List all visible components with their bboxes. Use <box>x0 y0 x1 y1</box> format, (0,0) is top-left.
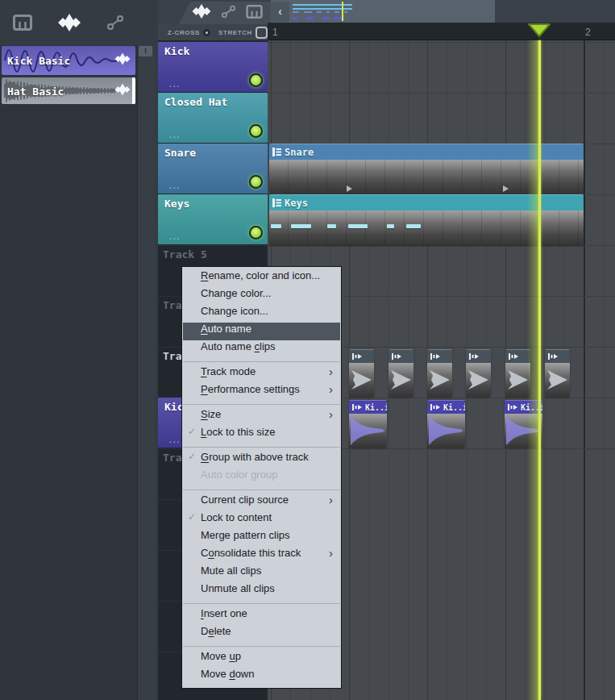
clip-header[interactable]: Ki..ic <box>427 400 465 414</box>
submenu-arrow-icon: › <box>329 493 333 506</box>
menu-item-change-color[interactable]: Change color... <box>183 287 340 305</box>
menu-item-mute-all-clips[interactable]: Mute all clips <box>183 565 340 582</box>
submenu-arrow-icon: › <box>329 546 333 560</box>
playlist-minimap[interactable] <box>271 0 495 23</box>
submenu-arrow-icon: › <box>329 365 333 378</box>
automation-icon[interactable] <box>106 15 124 34</box>
playhead-marker[interactable] <box>527 23 551 40</box>
menu-item-label: Size <box>201 408 221 420</box>
audio-clip-tab[interactable] <box>179 2 271 24</box>
minimap-clip-dash <box>305 17 314 19</box>
track-header-closed-hat[interactable]: Closed Hat... <box>158 93 268 143</box>
picker-item-kick-basic[interactable]: Kick Basic <box>2 46 135 75</box>
hat-decay-waveform <box>427 363 452 397</box>
audio-clip-kick-basic[interactable]: Ki..ic <box>349 400 387 448</box>
check-icon: ✓ <box>188 511 196 523</box>
track-options-dots[interactable]: ... <box>169 181 181 190</box>
track-options-dots[interactable]: ... <box>169 232 181 241</box>
menu-item-label: Lock to this size <box>201 426 276 438</box>
menu-item-label: Lock to content <box>201 511 272 523</box>
track-mute-led[interactable] <box>249 175 263 189</box>
waveform-icon[interactable] <box>58 14 81 35</box>
minimap-back-button[interactable]: ‹ <box>271 2 289 22</box>
midi-note-dash <box>348 224 368 228</box>
picker-scrollbar[interactable] <box>137 45 155 700</box>
menu-item-label: Move up <box>201 650 241 662</box>
picker-scrollbar-thumb[interactable]: I <box>139 46 152 56</box>
midi-note-dash <box>387 224 394 228</box>
clip-header[interactable] <box>389 349 413 363</box>
minimap-empty-area <box>495 0 615 23</box>
menu-item-label: Delete <box>201 625 231 637</box>
track-mute-led[interactable] <box>249 124 263 138</box>
menu-item-size[interactable]: Size› <box>183 408 340 426</box>
menu-item-current-clip-source[interactable]: Current clip source› <box>183 494 340 511</box>
menu-item-label: Consolidate this track <box>201 547 301 559</box>
playhead-glow <box>527 40 539 700</box>
audio-clip-hat[interactable] <box>349 349 374 397</box>
track-mute-led[interactable] <box>249 73 263 87</box>
automation-icon[interactable] <box>221 5 236 22</box>
audio-clip-icon <box>509 349 518 364</box>
track-row-divider <box>158 245 268 246</box>
timeline-ruler[interactable]: 12 <box>268 23 615 40</box>
track-header-label[interactable]: Track 5 <box>163 248 207 260</box>
submenu-arrow-icon: › <box>329 382 333 396</box>
menu-item-label: Insert one <box>201 607 247 619</box>
clip-header[interactable]: Ki..ic <box>349 400 387 414</box>
audio-clip-hat[interactable] <box>389 349 413 397</box>
menu-item-unmute-all-clips[interactable]: Unmute all clips <box>183 582 340 600</box>
piano-icon[interactable] <box>13 15 32 34</box>
track-options-dots[interactable]: ... <box>169 131 181 140</box>
clip-waveform-area <box>545 363 570 397</box>
picker-item-label: Hat Basic <box>7 85 64 97</box>
menu-item-merge-pattern-clips[interactable]: Merge pattern clips <box>183 529 340 547</box>
audio-clip-kick-basic[interactable]: Ki..ic <box>427 400 465 448</box>
menu-item-label: Mute all clips <box>201 565 261 577</box>
menu-item-change-icon[interactable]: Change icon... <box>183 305 340 323</box>
picker-toolbar <box>0 10 137 39</box>
clip-header[interactable] <box>349 349 374 363</box>
menu-item-move-down[interactable]: Move down <box>183 668 340 685</box>
picker-item-hat-basic[interactable]: Hat Basic <box>2 77 135 104</box>
audio-clip-hat[interactable] <box>545 349 570 397</box>
menu-item-label: Move down <box>201 668 255 680</box>
menu-item-move-up[interactable]: Move up <box>183 650 340 668</box>
menu-item-label: Change icon... <box>201 305 268 317</box>
menu-item-consolidate-this-track[interactable]: Consolidate this track› <box>183 547 340 565</box>
menu-item-rename-color-and-icon[interactable]: Rename, color and icon... <box>183 269 340 287</box>
audio-clip-hat[interactable] <box>427 349 452 397</box>
clip-header[interactable] <box>466 349 491 363</box>
waveform-icon[interactable] <box>192 4 211 22</box>
menu-item-performance-settings[interactable]: Performance settings› <box>183 383 340 401</box>
menu-item-auto-name[interactable]: Auto name <box>183 323 340 340</box>
ruler-bar-number: 2 <box>585 27 591 38</box>
menu-item-insert-one[interactable]: Insert one <box>183 607 340 625</box>
stretch-label: STRETCH <box>218 29 252 36</box>
audio-clip-icon <box>352 400 362 415</box>
minimap-note-dash <box>304 11 312 13</box>
kick-waveform <box>427 414 465 448</box>
track-options-dots[interactable]: ... <box>169 435 181 444</box>
minimap-note-dash <box>335 11 339 13</box>
menu-item-lock-to-this-size[interactable]: ✓Lock to this size <box>183 426 340 444</box>
stretch-checkbox[interactable] <box>256 27 268 39</box>
zcross-led[interactable] <box>203 29 210 36</box>
clip-header[interactable] <box>545 349 570 363</box>
track-header-keys[interactable]: Keys... <box>158 194 268 244</box>
track-mute-led[interactable] <box>249 226 263 240</box>
hat-decay-waveform <box>389 363 413 397</box>
track-options-dots[interactable]: ... <box>169 80 181 89</box>
menu-item-delete[interactable]: Delete <box>183 625 340 643</box>
menu-item-lock-to-content[interactable]: ✓Lock to content <box>183 511 340 529</box>
piano-icon[interactable] <box>246 5 263 22</box>
audio-clip-hat[interactable] <box>466 349 491 397</box>
menu-item-track-mode[interactable]: Track mode› <box>183 365 340 383</box>
clip-header[interactable] <box>427 349 452 363</box>
minimap-note-dash <box>326 11 330 13</box>
menu-item-group-with-above-track[interactable]: ✓Group with above track <box>183 451 340 469</box>
track-header-snare[interactable]: Snare... <box>158 144 268 194</box>
menu-item-auto-name-clips[interactable]: Auto name clips <box>183 340 340 358</box>
track-name: Kick <box>164 45 189 57</box>
track-header-kick[interactable]: Kick... <box>158 42 268 92</box>
